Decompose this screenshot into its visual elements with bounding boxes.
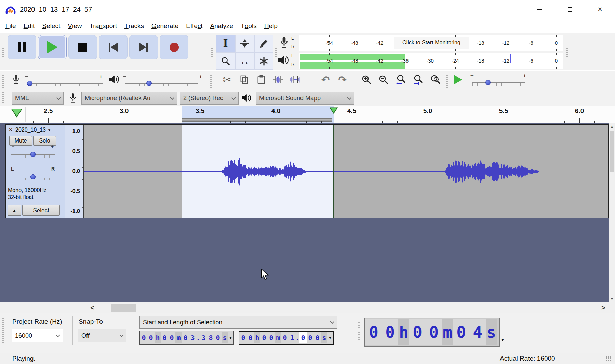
time-field-cell[interactable]: 0 xyxy=(140,332,147,343)
resize-grip-icon[interactable] xyxy=(606,356,611,362)
collapse-track-button[interactable]: ▲ xyxy=(8,205,21,216)
menu-item-effect[interactable]: Effect xyxy=(182,19,206,33)
edit-toolbar-grip[interactable] xyxy=(210,73,212,88)
time-field-cell[interactable]: 0 xyxy=(214,332,222,343)
stop-button[interactable] xyxy=(68,35,97,59)
track-close-button[interactable]: × xyxy=(8,126,14,133)
horizontal-scrollbar-thumb[interactable] xyxy=(111,304,136,312)
scroll-right-button[interactable]: > xyxy=(598,302,609,313)
time-field-cell[interactable]: s xyxy=(321,332,327,343)
timeline-ruler[interactable]: 2.53.03.54.04.55.05.56.0 xyxy=(0,106,615,123)
time-field-dropdown-icon[interactable]: ▼ xyxy=(327,332,333,343)
time-field-cell[interactable]: 0 xyxy=(268,332,275,343)
time-field-dropdown-icon[interactable]: ▼ xyxy=(228,332,233,343)
track-name-menu[interactable]: 2020_10_13▼ xyxy=(15,126,61,133)
recording-channels-dropdown[interactable]: 2 (Stereo) Rec xyxy=(180,92,239,105)
zoom-toggle-button[interactable] xyxy=(427,72,444,87)
zoom-tool-button[interactable] xyxy=(216,52,235,70)
time-field-cell[interactable]: 0 xyxy=(182,332,189,343)
device-toolbar-grip[interactable] xyxy=(2,92,4,104)
recording-volume-thumb[interactable] xyxy=(27,81,32,86)
time-field-cell[interactable]: 0 xyxy=(168,332,175,343)
big-time-cell[interactable]: 0 xyxy=(453,319,469,345)
menu-item-help[interactable]: Help xyxy=(260,19,281,33)
zoom-selection-button[interactable] xyxy=(392,72,409,87)
meter-end-grip[interactable] xyxy=(566,36,568,58)
transport-toolbar-grip[interactable] xyxy=(2,36,4,58)
time-field-cell[interactable]: 3 xyxy=(200,332,207,343)
maximize-button[interactable] xyxy=(555,0,585,19)
waveform-canvas[interactable] xyxy=(84,125,608,218)
time-field-cell[interactable]: 0 xyxy=(240,332,247,343)
playback-device-dropdown[interactable]: Microsoft Sound Mapp xyxy=(256,92,354,105)
time-shift-tool-button[interactable]: ↔ xyxy=(235,52,254,70)
skip-to-start-button[interactable] xyxy=(99,35,128,59)
big-time-cell[interactable]: h xyxy=(398,319,409,345)
play-speed-slider[interactable] xyxy=(472,82,525,83)
time-field-cell[interactable]: . xyxy=(296,332,299,343)
big-time-cell[interactable]: s xyxy=(486,319,497,345)
playback-meter[interactable]: -54-48-42-36-30-24-18-12-60 xyxy=(299,53,563,69)
trim-audio-button[interactable] xyxy=(270,72,286,87)
vertical-scale-ruler[interactable]: 1.00.50.0-0.5-1.0 xyxy=(65,125,84,218)
undo-button[interactable]: ↶ xyxy=(317,72,334,87)
time-field-cell[interactable]: 0 xyxy=(260,332,268,343)
meter-toolbar-grip[interactable] xyxy=(275,36,277,58)
time-field-cell[interactable]: s xyxy=(222,332,228,343)
play-at-speed-button[interactable] xyxy=(450,72,466,87)
menu-item-analyze[interactable]: Analyze xyxy=(206,19,237,33)
time-field-cell[interactable]: h xyxy=(155,332,161,343)
time-field-cell[interactable]: 0 xyxy=(314,332,321,343)
time-field-cell[interactable]: 0 xyxy=(161,332,168,343)
scroll-left-button[interactable]: < xyxy=(86,302,98,313)
playhead-marker-icon[interactable] xyxy=(330,107,338,114)
cut-button[interactable]: ✂ xyxy=(219,72,235,87)
big-time-cell[interactable]: m xyxy=(442,319,453,345)
menu-item-generate[interactable]: Generate xyxy=(148,19,182,33)
menu-item-select[interactable]: Select xyxy=(38,19,64,33)
selection-length-field[interactable]: 00h00m01.000s▼ xyxy=(239,331,334,345)
paste-button[interactable] xyxy=(253,72,269,87)
time-field-cell[interactable]: 0 xyxy=(247,332,254,343)
menu-item-tracks[interactable]: Tracks xyxy=(121,19,148,33)
time-field-cell[interactable]: m xyxy=(175,332,182,343)
menu-item-transport[interactable]: Transport xyxy=(85,19,121,33)
project-rate-dropdown[interactable]: 16000 xyxy=(12,329,63,342)
playback-volume-thumb[interactable] xyxy=(146,81,152,86)
record-button[interactable] xyxy=(160,35,188,59)
menu-item-tools[interactable]: Tools xyxy=(237,19,260,33)
close-button[interactable]: × xyxy=(585,0,615,19)
menu-item-view[interactable]: View xyxy=(64,19,85,33)
big-time-cell[interactable]: 0 xyxy=(365,319,382,345)
skip-to-end-button[interactable] xyxy=(129,35,158,59)
recording-device-dropdown[interactable]: Microphone (Realtek Au xyxy=(81,92,177,105)
recording-volume-slider[interactable] xyxy=(27,83,103,84)
big-time-cell[interactable]: 0 xyxy=(409,319,426,345)
title-bar[interactable]: 2020_10_13_17_24_57 × xyxy=(0,0,615,19)
time-field-cell[interactable]: 0 xyxy=(307,332,314,343)
zoom-out-button[interactable] xyxy=(375,72,392,87)
mixer-toolbar-grip[interactable] xyxy=(2,73,4,88)
multi-tool-button[interactable] xyxy=(254,52,273,70)
time-field-cell[interactable]: 0 xyxy=(281,332,289,343)
big-time-cell[interactable]: 0 xyxy=(382,319,398,345)
silence-audio-button[interactable] xyxy=(287,72,304,87)
menu-item-file[interactable]: File xyxy=(2,19,20,33)
audio-position-display[interactable]: 00h00m04s xyxy=(364,318,500,347)
pan-thumb[interactable] xyxy=(30,174,36,179)
selection-format-dropdown[interactable]: Start and Length of Selection xyxy=(139,316,337,329)
gain-thumb[interactable] xyxy=(30,152,36,157)
track-select-button[interactable]: Select xyxy=(22,205,60,216)
copy-button[interactable] xyxy=(236,72,252,87)
time-field-cell[interactable]: . xyxy=(196,332,200,343)
start-monitoring-button[interactable]: Click to Start Monitoring xyxy=(394,37,469,49)
audio-position-dropdown-icon[interactable]: ▼ xyxy=(500,338,505,342)
big-time-cell[interactable]: 4 xyxy=(469,319,486,345)
play-button[interactable] xyxy=(38,35,67,59)
time-field-cell[interactable]: 1 xyxy=(289,332,296,343)
snap-to-dropdown[interactable]: Off xyxy=(78,329,126,342)
tools-toolbar-grip[interactable] xyxy=(211,36,213,58)
minimize-button[interactable] xyxy=(525,0,555,19)
audio-host-dropdown[interactable]: MME xyxy=(12,92,64,105)
envelope-tool-button[interactable] xyxy=(235,35,254,52)
